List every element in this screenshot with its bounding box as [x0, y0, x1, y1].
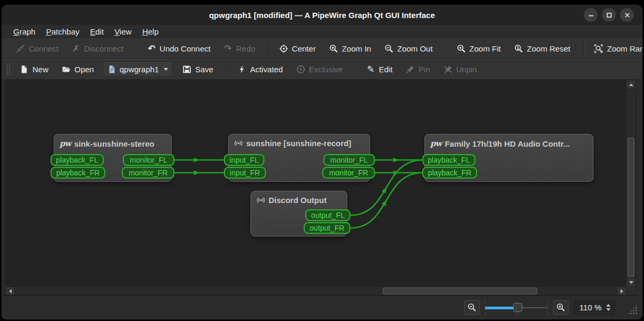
magnifier-plus-icon — [556, 303, 565, 312]
unpin-button[interactable]: Unpin — [439, 62, 482, 77]
vertical-scroll-thumb[interactable] — [628, 138, 634, 277]
patchbay-selector-value: qpwgraph1 — [120, 65, 159, 74]
activated-button[interactable]: Activated — [232, 62, 288, 77]
exclusive-button-label: Exclusive — [309, 65, 342, 74]
zoom-out-button[interactable]: Zoom Out — [380, 41, 438, 56]
port-sink-monitor-fr[interactable]: monitor_FR — [122, 167, 174, 179]
arrow-up-icon — [629, 83, 633, 86]
link-arrow-icon — [394, 158, 399, 163]
port-family-playback-fr[interactable]: playback_FR — [422, 167, 477, 179]
zoom-slider-fill — [485, 307, 514, 309]
undo-icon: ↶ — [147, 44, 156, 53]
spin-down-icon[interactable] — [606, 308, 610, 311]
zoom-spinbox[interactable]: 110 % — [574, 300, 615, 315]
save-icon — [182, 65, 191, 74]
zoom-slider-handle[interactable] — [513, 303, 522, 312]
port-sink-playback-fr[interactable]: playback_FR — [51, 167, 105, 179]
zoom-fit-button[interactable]: Zoom Fit — [452, 41, 506, 56]
scrollbar-corner — [626, 286, 635, 295]
zoom-fit-icon — [457, 44, 466, 53]
zoom-fit-button-label: Zoom Fit — [470, 44, 501, 53]
port-sunshine-monitor-fr[interactable]: monitor_FR — [322, 167, 375, 179]
menu-edit[interactable]: Edit — [85, 27, 109, 37]
graph-canvas[interactable]: pwsink-sunshine-stereoplayback_FLplaybac… — [6, 80, 626, 286]
maximize-button[interactable] — [602, 8, 616, 22]
port-discord-output-fl[interactable]: output_FL — [305, 209, 350, 221]
redo-button[interactable]: ↷Redo — [219, 41, 260, 56]
spinbox-arrows — [605, 303, 612, 312]
svg-text:1: 1 — [516, 45, 519, 50]
node-title-text: Discord Output — [269, 196, 327, 205]
menu-patchbay[interactable]: Patchbay — [41, 27, 85, 37]
pin-button[interactable]: Pin — [401, 62, 435, 77]
new-button[interactable]: New — [15, 62, 53, 77]
zoom-in-button-label: Zoom In — [342, 44, 371, 53]
link-arrow-icon — [382, 186, 389, 193]
port-sink-monitor-fl[interactable]: monitor_FL — [123, 154, 174, 166]
unpin-button-label: Unpin — [456, 65, 477, 74]
open-button[interactable]: Open — [57, 62, 99, 77]
menu-bar: GraphPatchbayEditViewHelp — [2, 25, 642, 38]
zoom-slider[interactable] — [485, 301, 548, 314]
pin-button-label: Pin — [419, 65, 430, 74]
node-title: Discord Output — [251, 191, 347, 205]
node-title-text: Family 17h/19h HD Audio Contr... — [445, 139, 570, 148]
port-discord-output-fr[interactable]: output_FR — [304, 222, 350, 234]
toolbar-drag-handle[interactable] — [6, 63, 10, 75]
connect-button-label: Connect — [29, 44, 58, 53]
zoom-out-button-label: Zoom Out — [397, 44, 433, 53]
new-button-label: New — [32, 65, 48, 74]
window-controls — [584, 8, 634, 22]
vertical-scrollbar[interactable] — [626, 80, 635, 286]
toolbar-separator — [227, 62, 228, 76]
zoom-reset-button[interactable]: 1Zoom Reset — [509, 41, 575, 56]
undo-connect-button[interactable]: ↶Undo Connect — [143, 41, 215, 56]
minimize-button[interactable] — [584, 8, 598, 22]
center-button[interactable]: Center — [274, 41, 321, 56]
zoom-reset-button-label: Zoom Reset — [527, 44, 571, 53]
scroll-down-button[interactable] — [626, 277, 635, 286]
port-sunshine-input-fr[interactable]: input_FR — [224, 167, 266, 179]
app-window: qpwgraph1 [modified] — A PipeWire Graph … — [2, 5, 642, 319]
scroll-right-button[interactable] — [617, 287, 626, 295]
resize-grip[interactable] — [627, 304, 638, 315]
pipewire-icon: pw — [60, 139, 71, 148]
chevron-down-icon — [164, 68, 168, 71]
exclusive-icon — [296, 65, 305, 74]
zoom-out-icon — [384, 44, 394, 53]
magnifier-minus-icon — [467, 303, 476, 312]
status-bar: 110 % — [2, 295, 642, 319]
spin-up-icon[interactable] — [606, 304, 610, 307]
port-sink-playback-fl[interactable]: playback_FL — [51, 154, 104, 166]
scroll-up-button[interactable] — [626, 80, 635, 89]
menu-view[interactable]: View — [109, 27, 137, 37]
stream-icon — [256, 196, 265, 205]
save-button[interactable]: Save — [178, 62, 218, 77]
link-arrow-icon — [194, 158, 200, 163]
port-sunshine-input-fl[interactable]: input_FL — [224, 154, 264, 166]
toolbar-separator — [269, 41, 270, 55]
port-family-playback-fl[interactable]: playback_FL — [422, 154, 475, 166]
menu-graph[interactable]: Graph — [8, 27, 41, 37]
connect-button[interactable]: Connect — [11, 41, 63, 56]
zoom-in-button[interactable]: Zoom In — [324, 41, 376, 56]
exclusive-button[interactable]: Exclusive — [291, 62, 347, 77]
arrow-left-icon — [9, 289, 12, 293]
horizontal-scrollbar[interactable] — [6, 286, 626, 295]
port-sunshine-monitor-fl[interactable]: monitor_FL — [323, 154, 375, 166]
disconnect-button[interactable]: ✗Disconnect — [67, 41, 128, 56]
stream-icon — [234, 139, 243, 148]
close-button[interactable] — [620, 8, 634, 22]
window-title: qpwgraph1 [modified] — A PipeWire Graph … — [209, 11, 435, 20]
statusbar-zoom-out-button[interactable] — [464, 300, 480, 315]
zoom-range-button[interactable]: Zoom Range — [589, 41, 642, 56]
edit-button[interactable]: ✎Edit — [362, 62, 397, 77]
scroll-left-button[interactable] — [6, 287, 15, 295]
patchbay-selector[interactable]: qpwgraph1 — [103, 62, 173, 77]
title-bar[interactable]: qpwgraph1 [modified] — A PipeWire Graph … — [2, 5, 642, 25]
undo-connect-button-label: Undo Connect — [160, 44, 211, 53]
statusbar-zoom-in-button[interactable] — [553, 300, 568, 315]
horizontal-scroll-thumb[interactable] — [383, 288, 537, 294]
menu-help[interactable]: Help — [137, 27, 164, 37]
edit-button-label: Edit — [379, 65, 392, 74]
